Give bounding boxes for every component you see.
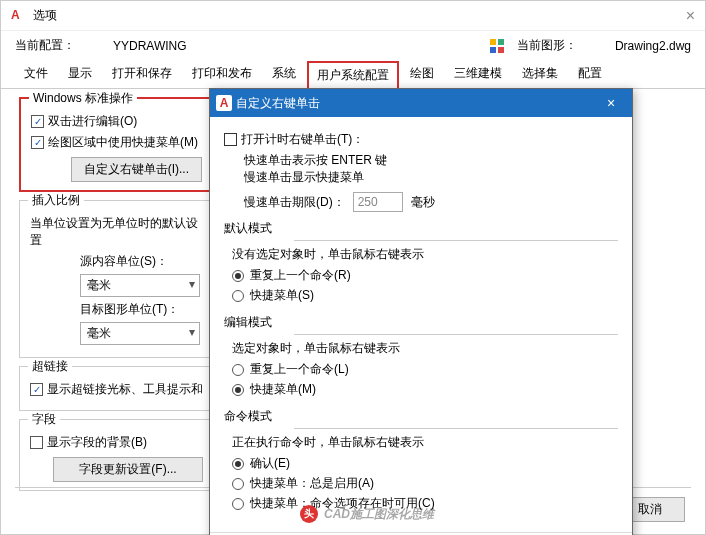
default-mode-title: 默认模式: [224, 220, 618, 237]
source-unit-label: 源内容单位(S)：: [80, 253, 203, 270]
tab-open-save[interactable]: 打开和保存: [103, 60, 181, 88]
svg-rect-0: [490, 39, 496, 45]
checkbox-label: 绘图区域中使用快捷菜单(M): [48, 134, 198, 151]
svg-rect-2: [490, 47, 496, 53]
radio-label: 快捷菜单(S): [250, 287, 314, 304]
sub-titlebar: A 自定义右键单击 ×: [210, 89, 632, 117]
radio-default-repeat[interactable]: 重复上一个命令(R): [232, 267, 618, 284]
edit-mode-block: 编辑模式 选定对象时，单击鼠标右键表示 重复上一个命令(L) 快捷菜单(M): [224, 314, 618, 398]
tab-user-system-config[interactable]: 用户系统配置: [307, 61, 399, 89]
tab-bar: 文件 显示 打开和保存 打印和发布 系统 用户系统配置 绘图 三维建模 选择集 …: [1, 60, 705, 89]
deadline-unit: 毫秒: [411, 194, 435, 211]
checkbox-icon: [31, 115, 44, 128]
current-drawing-value: Drawing2.dwg: [615, 39, 691, 53]
deadline-row: 慢速单击期限(D)： 250 毫秒: [244, 192, 618, 212]
watermark: 头 CAD施工图深化思维: [300, 505, 434, 523]
group-insert-scale: 插入比例 当单位设置为无单位时的默认设置 源内容单位(S)： 毫米 目标图形单位…: [19, 200, 214, 358]
radio-label: 确认(E): [250, 455, 290, 472]
radio-label: 快捷菜单(M): [250, 381, 316, 398]
group-title-hyperlink: 超链接: [28, 358, 72, 375]
radio-label: 快捷菜单：总是启用(A): [250, 475, 374, 492]
radio-icon: [232, 498, 244, 510]
checkbox-shortcut-menu[interactable]: 绘图区域中使用快捷菜单(M): [31, 134, 202, 151]
checkbox-label: 显示字段的背景(B): [47, 434, 147, 451]
group-fields: 字段 显示字段的背景(B) 字段更新设置(F)...: [19, 419, 214, 491]
radio-edit-repeat[interactable]: 重复上一个命令(L): [232, 361, 618, 378]
checkbox-dblclick-edit[interactable]: 双击进行编辑(O): [31, 113, 202, 130]
checkbox-label: 双击进行编辑(O): [48, 113, 137, 130]
tab-draw[interactable]: 绘图: [401, 60, 443, 88]
field-update-settings-button[interactable]: 字段更新设置(F)...: [53, 457, 203, 482]
close-icon[interactable]: ×: [686, 7, 695, 25]
checkbox-icon: [224, 133, 237, 146]
autocad-icon: A: [216, 95, 232, 111]
tab-3d-modeling[interactable]: 三维建模: [445, 60, 511, 88]
sub-title: 自定义右键单击: [236, 95, 596, 112]
default-mode-block: 默认模式 没有选定对象时，单击鼠标右键表示 重复上一个命令(R) 快捷菜单(S): [224, 220, 618, 304]
insert-scale-desc: 当单位设置为无单位时的默认设置: [30, 215, 203, 249]
edit-mode-title: 编辑模式: [224, 314, 618, 331]
target-unit-label: 目标图形单位(T)：: [80, 301, 203, 318]
main-titlebar: A 选项 ×: [1, 1, 705, 31]
current-drawing-label: 当前图形：: [517, 37, 577, 54]
radio-edit-menu[interactable]: 快捷菜单(M): [232, 381, 618, 398]
radio-cmd-always[interactable]: 快捷菜单：总是启用(A): [232, 475, 618, 492]
radio-default-menu[interactable]: 快捷菜单(S): [232, 287, 618, 304]
checkbox-icon: [30, 383, 43, 396]
tab-selection[interactable]: 选择集: [513, 60, 567, 88]
custom-right-click-button[interactable]: 自定义右键单击(I)...: [71, 157, 202, 182]
checkbox-show-hyperlink[interactable]: 显示超链接光标、工具提示和: [30, 381, 203, 398]
fast-click-desc: 快速单击表示按 ENTER 键: [244, 152, 618, 169]
group-title-winstd: Windows 标准操作: [29, 90, 137, 107]
deadline-input[interactable]: 250: [353, 192, 403, 212]
group-title-insert-scale: 插入比例: [28, 192, 84, 209]
cmd-mode-title: 命令模式: [224, 408, 618, 425]
edit-mode-sub: 选定对象时，单击鼠标右键表示: [232, 340, 618, 357]
cmd-mode-sub: 正在执行命令时，单击鼠标右键表示: [232, 434, 618, 451]
checkbox-field-bg[interactable]: 显示字段的背景(B): [30, 434, 203, 451]
radio-label: 重复上一个命令(R): [250, 267, 351, 284]
tab-display[interactable]: 显示: [59, 60, 101, 88]
radio-icon: [232, 458, 244, 470]
radio-icon: [232, 270, 244, 282]
main-title: 选项: [33, 7, 686, 24]
cmd-mode-block: 命令模式 正在执行命令时，单击鼠标右键表示 确认(E) 快捷菜单：总是启用(A)…: [224, 408, 618, 512]
checkbox-icon: [31, 136, 44, 149]
tab-file[interactable]: 文件: [15, 60, 57, 88]
slow-click-desc: 慢速单击显示快捷菜单: [244, 169, 618, 186]
radio-icon: [232, 290, 244, 302]
checkbox-label: 显示超链接光标、工具提示和: [47, 381, 203, 398]
close-icon[interactable]: ×: [596, 95, 626, 111]
tab-config[interactable]: 配置: [569, 60, 611, 88]
autocad-icon: A: [11, 8, 27, 24]
tab-print-publish[interactable]: 打印和发布: [183, 60, 261, 88]
current-config-label: 当前配置：: [15, 37, 75, 54]
svg-rect-3: [498, 47, 504, 53]
radio-icon: [232, 384, 244, 396]
target-unit-select[interactable]: 毫米: [80, 322, 200, 345]
tab-system[interactable]: 系统: [263, 60, 305, 88]
source-unit-select[interactable]: 毫米: [80, 274, 200, 297]
checkbox-timed-right-click[interactable]: 打开计时右键单击(T)：: [224, 131, 618, 148]
radio-icon: [232, 478, 244, 490]
group-title-fields: 字段: [28, 411, 60, 428]
config-row: 当前配置： YYDRAWING 当前图形： Drawing2.dwg: [1, 31, 705, 60]
radio-icon: [232, 364, 244, 376]
checkbox-label: 打开计时右键单击(T)：: [241, 131, 364, 148]
default-mode-sub: 没有选定对象时，单击鼠标右键表示: [232, 246, 618, 263]
radio-cmd-confirm[interactable]: 确认(E): [232, 455, 618, 472]
watermark-text: CAD施工图深化思维: [324, 506, 434, 523]
custom-right-click-dialog: A 自定义右键单击 × 打开计时右键单击(T)： 快速单击表示按 ENTER 键…: [209, 88, 633, 535]
sub-body: 打开计时右键单击(T)： 快速单击表示按 ENTER 键 慢速单击显示快捷菜单 …: [210, 117, 632, 526]
checkbox-icon: [30, 436, 43, 449]
current-config-value: YYDRAWING: [113, 39, 187, 53]
dwg-icon: [489, 38, 505, 54]
group-windows-standard: Windows 标准操作 双击进行编辑(O) 绘图区域中使用快捷菜单(M) 自定…: [19, 97, 214, 192]
radio-label: 重复上一个命令(L): [250, 361, 349, 378]
svg-rect-1: [498, 39, 504, 45]
deadline-label: 慢速单击期限(D)：: [244, 194, 345, 211]
group-hyperlink: 超链接 显示超链接光标、工具提示和: [19, 366, 214, 411]
watermark-icon: 头: [300, 505, 318, 523]
